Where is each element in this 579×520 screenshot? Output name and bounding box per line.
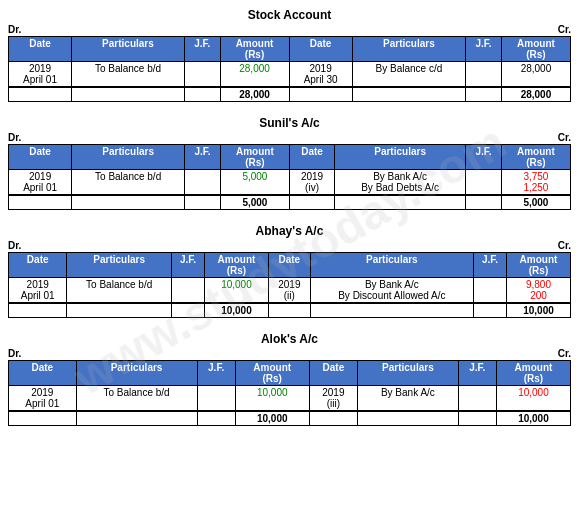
- cr-date-0-0: 2019April 30: [289, 62, 352, 88]
- header-cell-2-1: Particulars: [67, 253, 172, 278]
- total-dr-amount-3: 10,000: [235, 411, 309, 426]
- account-title-2: Abhay's A/c: [8, 224, 571, 238]
- ledger-table-1: DateParticularsJ.F.Amount(Rs)DateParticu…: [8, 144, 571, 210]
- cr-particulars-0-0: By Balance c/d: [352, 62, 466, 88]
- total-dr-amount-1: 5,000: [220, 195, 289, 210]
- header-cell-1-4: Date: [289, 145, 334, 170]
- account-block-0: Stock AccountDr.Cr.DateParticularsJ.F.Am…: [8, 8, 571, 102]
- dr-date-2-0: 2019April 01: [9, 278, 67, 304]
- header-cell-3-4: Date: [309, 361, 357, 386]
- cr-particulars-3-0: By Bank A/c: [358, 386, 459, 412]
- dr-particulars-1-0: To Balance b/d: [72, 170, 185, 196]
- header-cell-0-2: J.F.: [184, 37, 220, 62]
- dr-particulars-0-0: To Balance b/d: [72, 62, 185, 88]
- dr-jf-2-0: [171, 278, 204, 304]
- header-cell-0-3: Amount(Rs): [220, 37, 289, 62]
- header-cell-1-1: Particulars: [72, 145, 185, 170]
- total-dr-amount-2: 10,000: [204, 303, 268, 318]
- header-cell-1-2: J.F.: [185, 145, 221, 170]
- account-title-1: Sunil's A/c: [8, 116, 571, 130]
- ledger-table-3: DateParticularsJ.F.Amount(Rs)DateParticu…: [8, 360, 571, 426]
- cr-amount-0-0: 28,000: [501, 62, 570, 88]
- dr-cr-row-1: Dr.Cr.: [8, 132, 571, 143]
- account-block-2: Abhay's A/cDr.Cr.DateParticularsJ.F.Amou…: [8, 224, 571, 318]
- total-row-2: 10,00010,000: [9, 303, 571, 318]
- dr-label-1: Dr.: [8, 132, 21, 143]
- dr-label-2: Dr.: [8, 240, 21, 251]
- table-row: 2019April 01To Balance b/d28,0002019Apri…: [9, 62, 571, 88]
- header-cell-2-0: Date: [9, 253, 67, 278]
- cr-date-3-0: 2019(iii): [309, 386, 357, 412]
- header-cell-2-7: Amount(Rs): [506, 253, 570, 278]
- ledger-table-0: DateParticularsJ.F.Amount(Rs)DateParticu…: [8, 36, 571, 102]
- cr-particulars-1-0: By Bank A/cBy Bad Debts A/c: [335, 170, 466, 196]
- dr-cr-row-2: Dr.Cr.: [8, 240, 571, 251]
- cr-jf-2-0: [473, 278, 506, 304]
- header-cell-3-7: Amount(Rs): [496, 361, 570, 386]
- account-block-1: Sunil's A/cDr.Cr.DateParticularsJ.F.Amou…: [8, 116, 571, 210]
- dr-cr-row-3: Dr.Cr.: [8, 348, 571, 359]
- total-row-3: 10,00010,000: [9, 411, 571, 426]
- header-cell-1-3: Amount(Rs): [220, 145, 289, 170]
- header-cell-3-3: Amount(Rs): [235, 361, 309, 386]
- total-cr-amount-0: 28,000: [501, 87, 570, 102]
- dr-amount-3-0: 10,000: [235, 386, 309, 412]
- dr-date-0-0: 2019April 01: [9, 62, 72, 88]
- cr-date-1-0: 2019(iv): [289, 170, 334, 196]
- cr-label-2: Cr.: [558, 240, 571, 251]
- account-block-3: Alok's A/cDr.Cr.DateParticularsJ.F.Amoun…: [8, 332, 571, 426]
- cr-label-1: Cr.: [558, 132, 571, 143]
- header-cell-1-6: J.F.: [466, 145, 502, 170]
- dr-jf-3-0: [197, 386, 235, 412]
- dr-date-1-0: 2019April 01: [9, 170, 72, 196]
- table-row: 2019April 01To Balance b/d10,0002019(ii)…: [9, 278, 571, 304]
- account-title-0: Stock Account: [8, 8, 571, 22]
- dr-date-3-0: 2019April 01: [9, 386, 77, 412]
- total-cr-amount-2: 10,000: [506, 303, 570, 318]
- header-cell-2-5: Particulars: [310, 253, 473, 278]
- header-cell-1-0: Date: [9, 145, 72, 170]
- header-cell-2-2: J.F.: [171, 253, 204, 278]
- header-cell-1-5: Particulars: [335, 145, 466, 170]
- table-row: 2019April 01To Balance b/d10,0002019(iii…: [9, 386, 571, 412]
- header-cell-3-6: J.F.: [458, 361, 496, 386]
- dr-jf-0-0: [184, 62, 220, 88]
- dr-label-3: Dr.: [8, 348, 21, 359]
- ledger-table-2: DateParticularsJ.F.Amount(Rs)DateParticu…: [8, 252, 571, 318]
- cr-amount-1-0: 3,7501,250: [501, 170, 570, 196]
- cr-label-3: Cr.: [558, 348, 571, 359]
- header-cell-0-0: Date: [9, 37, 72, 62]
- header-cell-0-6: J.F.: [466, 37, 502, 62]
- total-dr-amount-0: 28,000: [220, 87, 289, 102]
- header-cell-0-4: Date: [289, 37, 352, 62]
- header-cell-2-3: Amount(Rs): [204, 253, 268, 278]
- dr-label-0: Dr.: [8, 24, 21, 35]
- dr-cr-row-0: Dr.Cr.: [8, 24, 571, 35]
- header-cell-2-6: J.F.: [473, 253, 506, 278]
- dr-jf-1-0: [185, 170, 221, 196]
- header-cell-1-7: Amount(Rs): [501, 145, 570, 170]
- header-cell-3-5: Particulars: [358, 361, 459, 386]
- dr-amount-1-0: 5,000: [220, 170, 289, 196]
- total-row-1: 5,0005,000: [9, 195, 571, 210]
- cr-particulars-2-0: By Bank A/cBy Discount Allowed A/c: [310, 278, 473, 304]
- total-cr-amount-1: 5,000: [501, 195, 570, 210]
- total-cr-amount-3: 10,000: [496, 411, 570, 426]
- header-cell-0-7: Amount(Rs): [501, 37, 570, 62]
- header-cell-3-2: J.F.: [197, 361, 235, 386]
- table-row: 2019April 01To Balance b/d5,0002019(iv)B…: [9, 170, 571, 196]
- header-cell-2-4: Date: [268, 253, 310, 278]
- dr-amount-2-0: 10,000: [204, 278, 268, 304]
- dr-particulars-3-0: To Balance b/d: [76, 386, 197, 412]
- cr-label-0: Cr.: [558, 24, 571, 35]
- header-cell-3-0: Date: [9, 361, 77, 386]
- cr-date-2-0: 2019(ii): [268, 278, 310, 304]
- dr-amount-0-0: 28,000: [220, 62, 289, 88]
- header-cell-3-1: Particulars: [76, 361, 197, 386]
- cr-amount-3-0: 10,000: [496, 386, 570, 412]
- cr-amount-2-0: 9,800200: [506, 278, 570, 304]
- header-cell-0-1: Particulars: [72, 37, 185, 62]
- header-cell-0-5: Particulars: [352, 37, 466, 62]
- dr-particulars-2-0: To Balance b/d: [67, 278, 172, 304]
- account-title-3: Alok's A/c: [8, 332, 571, 346]
